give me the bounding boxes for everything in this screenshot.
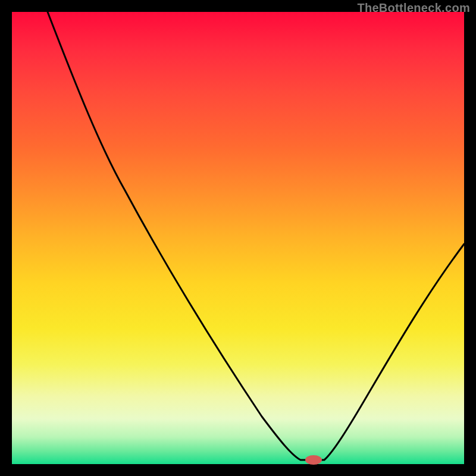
chart-frame: TheBottleneck.com <box>0 0 476 476</box>
bottleneck-curve <box>12 12 464 464</box>
plot-area <box>12 12 464 464</box>
optimum-marker <box>305 455 322 465</box>
watermark-text: TheBottleneck.com <box>357 1 470 15</box>
curve-path <box>48 12 464 460</box>
